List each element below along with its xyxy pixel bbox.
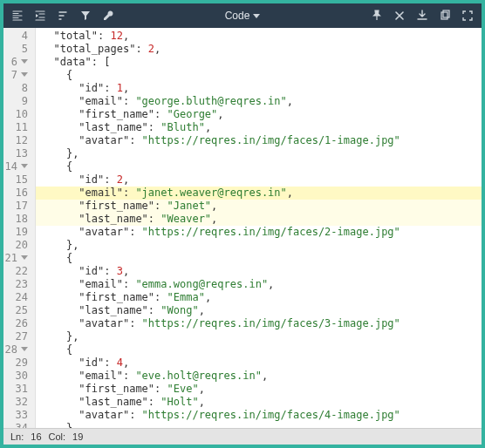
code-line[interactable]: "avatar": "https://reqres.in/img/faces/3… <box>36 317 482 330</box>
line-number: 18 <box>3 213 35 226</box>
funnel-icon[interactable] <box>79 9 92 23</box>
code-line[interactable]: }, <box>36 422 482 428</box>
code-line[interactable]: "total_pages": 2, <box>36 43 482 56</box>
line-number: 5 <box>3 43 35 56</box>
outdent-icon[interactable] <box>10 9 24 23</box>
code-line[interactable]: "id": 4, <box>36 356 482 370</box>
code-line[interactable]: "avatar": "https://reqres.in/img/faces/4… <box>36 409 482 422</box>
line-number: 21 <box>3 252 35 265</box>
sort-icon[interactable] <box>56 9 70 23</box>
code-line[interactable]: "first_name": "Eve", <box>36 383 482 396</box>
code-line[interactable]: "first_name": "George", <box>36 108 482 121</box>
line-number: 22 <box>3 265 35 278</box>
code-line[interactable]: { <box>36 343 482 356</box>
svg-rect-1 <box>443 10 449 17</box>
editor-area[interactable]: 4567891011121314151617181920212223242526… <box>3 28 482 428</box>
fullscreen-icon[interactable] <box>461 9 475 23</box>
line-number: 10 <box>3 108 35 121</box>
fold-toggle-icon[interactable] <box>21 347 28 351</box>
line-number: 12 <box>3 134 35 147</box>
line-number: 26 <box>3 317 35 330</box>
mode-dropdown[interactable]: Code <box>225 10 261 22</box>
toolbar-left-group <box>10 9 225 23</box>
line-number: 15 <box>3 173 35 187</box>
code-content[interactable]: "total": 12, "total_pages": 2, "data": [… <box>36 28 482 428</box>
wrench-icon[interactable] <box>101 9 115 23</box>
toolbar-right-group <box>260 9 475 23</box>
code-line[interactable]: "id": 3, <box>36 265 482 278</box>
toolbar: Code <box>3 3 482 28</box>
close-icon[interactable] <box>393 9 406 23</box>
status-col-label: Col: <box>49 431 66 442</box>
fold-toggle-icon[interactable] <box>21 164 28 168</box>
code-line[interactable]: "email": "eve.holt@reqres.in", <box>36 370 482 383</box>
line-number: 30 <box>3 370 35 383</box>
line-number: 9 <box>3 95 35 108</box>
line-number: 33 <box>3 409 35 422</box>
download-icon[interactable] <box>415 9 429 23</box>
editor-frame: Code 45678910111213141516171819202122232… <box>0 0 485 448</box>
mode-label: Code <box>225 10 250 22</box>
line-number: 28 <box>3 343 35 356</box>
line-number: 27 <box>3 330 35 343</box>
status-bar: Ln: 16 Col: 19 <box>3 428 482 445</box>
line-number: 7 <box>3 69 35 82</box>
code-line[interactable]: "email": "emma.wong@reqres.in", <box>36 278 482 291</box>
line-number: 20 <box>3 239 35 252</box>
line-number: 13 <box>3 147 35 160</box>
line-number: 19 <box>3 226 35 239</box>
code-line[interactable]: "last_name": "Weaver", <box>36 213 482 226</box>
line-number: 23 <box>3 278 35 291</box>
code-line[interactable]: "last_name": "Holt", <box>36 396 482 409</box>
status-col-value: 19 <box>72 431 83 442</box>
fold-toggle-icon[interactable] <box>21 59 28 64</box>
code-line[interactable]: "avatar": "https://reqres.in/img/faces/1… <box>36 134 482 147</box>
line-number: 11 <box>3 121 35 134</box>
code-line[interactable]: "email": "george.bluth@reqres.in", <box>36 95 482 108</box>
line-number: 6 <box>3 56 35 69</box>
code-line[interactable]: "last_name": "Bluth", <box>36 121 482 134</box>
line-number: 29 <box>3 356 35 370</box>
code-line[interactable]: "data": [ <box>36 56 482 69</box>
code-line[interactable]: "id": 2, <box>36 173 482 187</box>
code-line[interactable]: { <box>36 160 482 173</box>
line-number: 17 <box>3 200 35 213</box>
code-line[interactable]: "first_name": "Emma", <box>36 291 482 304</box>
code-line[interactable]: { <box>36 252 482 265</box>
line-number: 32 <box>3 396 35 409</box>
svg-rect-0 <box>441 12 447 19</box>
fold-toggle-icon[interactable] <box>21 72 28 77</box>
status-line-value: 16 <box>31 431 41 442</box>
line-number: 4 <box>3 30 35 43</box>
code-line[interactable]: }, <box>36 147 482 160</box>
indent-icon[interactable] <box>33 9 47 23</box>
fold-toggle-icon[interactable] <box>21 255 28 260</box>
line-number: 25 <box>3 304 35 317</box>
status-line-label: Ln: <box>10 431 24 442</box>
copy-icon[interactable] <box>438 9 452 23</box>
line-number: 14 <box>3 160 35 173</box>
line-number-gutter: 4567891011121314151617181920212223242526… <box>3 28 36 428</box>
line-number: 31 <box>3 383 35 396</box>
line-number: 16 <box>3 187 35 200</box>
code-line[interactable]: { <box>36 69 482 82</box>
code-line[interactable]: }, <box>36 239 482 252</box>
code-line[interactable]: "avatar": "https://reqres.in/img/faces/2… <box>36 226 482 239</box>
line-number: 24 <box>3 291 35 304</box>
line-number: 34 <box>3 422 35 428</box>
code-line[interactable]: "id": 1, <box>36 82 482 95</box>
code-line[interactable]: "first_name": "Janet", <box>36 200 482 213</box>
line-number: 8 <box>3 82 35 95</box>
pushpin-icon[interactable] <box>370 9 384 23</box>
code-line[interactable]: }, <box>36 330 482 343</box>
code-line[interactable]: "email": "janet.weaver@reqres.in", <box>36 187 482 200</box>
code-line[interactable]: "total": 12, <box>36 30 482 43</box>
chevron-down-icon <box>253 14 260 18</box>
code-line[interactable]: "last_name": "Wong", <box>36 304 482 317</box>
